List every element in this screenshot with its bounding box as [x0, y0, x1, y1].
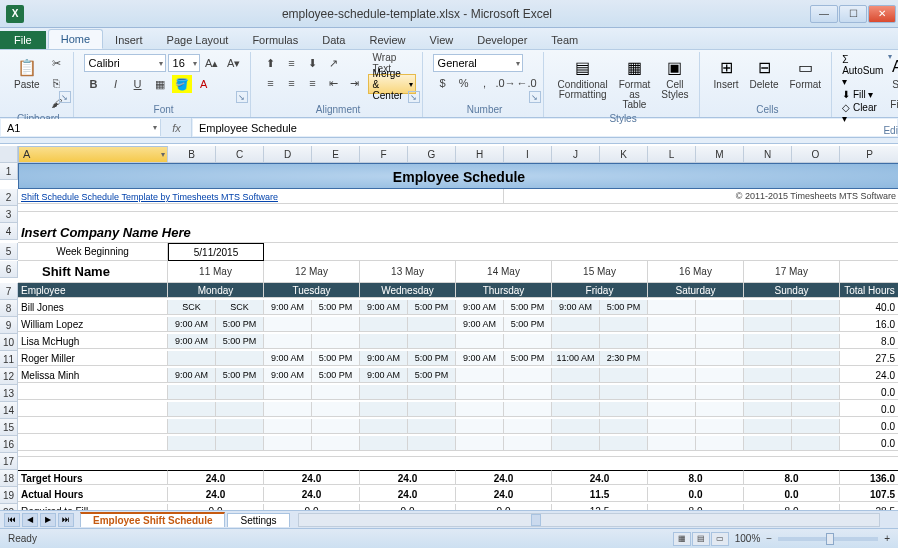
template-link[interactable]: Shift Schedule Schedule Template by Time… [18, 189, 504, 204]
clipboard-launcher[interactable]: ↘ [59, 91, 71, 103]
shift-cell[interactable]: 2:30 PM [600, 351, 648, 366]
shift-cell[interactable] [696, 300, 744, 315]
zoom-slider[interactable] [778, 537, 878, 541]
decrease-font-button[interactable]: A▾ [224, 54, 244, 72]
increase-decimal-button[interactable]: .0→ [496, 74, 516, 92]
minimize-button[interactable]: — [810, 5, 838, 23]
col-header[interactable]: H [456, 146, 504, 163]
shift-cell[interactable] [456, 436, 504, 451]
col-header[interactable]: L [648, 146, 696, 163]
col-header[interactable]: G [408, 146, 456, 163]
shift-cell[interactable] [696, 351, 744, 366]
col-header[interactable]: K [600, 146, 648, 163]
shift-cell[interactable] [552, 385, 600, 400]
shift-cell[interactable] [264, 419, 312, 434]
zoom-out[interactable]: − [766, 533, 772, 544]
row-header[interactable]: 2 [0, 189, 18, 206]
summary-value[interactable]: 24.0 [264, 487, 360, 502]
tab-team[interactable]: Team [539, 31, 590, 49]
row-header[interactable]: 18 [0, 470, 18, 487]
shift-cell[interactable] [600, 317, 648, 332]
shift-cell[interactable] [168, 351, 216, 366]
zoom-in[interactable]: + [884, 533, 890, 544]
tab-home[interactable]: Home [48, 29, 103, 49]
increase-font-button[interactable]: A▴ [202, 54, 222, 72]
shift-cell[interactable]: 5:00 PM [216, 317, 264, 332]
shift-cell[interactable] [696, 368, 744, 383]
summary-total[interactable]: 107.5 [840, 487, 898, 502]
summary-value[interactable]: 8.0 [648, 470, 744, 485]
tab-file[interactable]: File [0, 31, 46, 49]
col-header[interactable]: E [312, 146, 360, 163]
summary-value[interactable]: 0.0 [648, 487, 744, 502]
shift-cell[interactable] [504, 385, 552, 400]
shift-cell[interactable]: SCK [216, 300, 264, 315]
shift-cell[interactable] [504, 419, 552, 434]
total-hours-cell[interactable]: 16.0 [840, 317, 898, 332]
shift-cell[interactable]: 5:00 PM [408, 368, 456, 383]
total-hours-cell[interactable]: 24.0 [840, 368, 898, 383]
shift-cell[interactable]: 5:00 PM [408, 300, 456, 315]
shift-cell[interactable] [456, 368, 504, 383]
shift-cell[interactable] [648, 385, 696, 400]
align-right-button[interactable]: ≡ [303, 74, 323, 92]
shift-cell[interactable]: 5:00 PM [312, 351, 360, 366]
view-pagebreak[interactable]: ▭ [711, 532, 729, 546]
cut-button[interactable]: ✂ [47, 54, 67, 72]
shift-cell[interactable] [504, 436, 552, 451]
shift-cell[interactable]: 9:00 AM [360, 300, 408, 315]
col-header[interactable]: I [504, 146, 552, 163]
maximize-button[interactable]: ☐ [839, 5, 867, 23]
row-header[interactable]: 5 [0, 243, 18, 260]
shift-cell[interactable] [360, 436, 408, 451]
row-header[interactable]: 13 [0, 385, 18, 402]
shift-cell[interactable] [648, 402, 696, 417]
shift-cell[interactable] [792, 368, 840, 383]
company-name-cell[interactable]: Insert Company Name Here [18, 223, 898, 243]
shift-cell[interactable] [264, 402, 312, 417]
underline-button[interactable]: U [128, 75, 148, 93]
view-layout[interactable]: ▤ [692, 532, 710, 546]
summary-value[interactable]: 0.0 [744, 487, 840, 502]
shift-cell[interactable] [552, 436, 600, 451]
shift-cell[interactable] [744, 436, 792, 451]
shift-cell[interactable] [360, 419, 408, 434]
tab-review[interactable]: Review [357, 31, 417, 49]
shift-cell[interactable] [744, 300, 792, 315]
sheet-tab-settings[interactable]: Settings [227, 513, 289, 527]
autosum-button[interactable]: Σ AutoSum ▾ [842, 54, 883, 87]
fx-button[interactable]: fx [162, 118, 192, 137]
total-hours-cell[interactable]: 0.0 [840, 402, 898, 417]
shift-cell[interactable]: 9:00 AM [264, 368, 312, 383]
shift-cell[interactable] [552, 402, 600, 417]
shift-cell[interactable] [312, 334, 360, 349]
align-left-button[interactable]: ≡ [261, 74, 281, 92]
shift-cell[interactable]: 9:00 AM [168, 317, 216, 332]
week-value[interactable]: 5/11/2015 [168, 243, 264, 261]
employee-name[interactable]: Roger Miller [18, 351, 168, 366]
orientation-button[interactable]: ↗ [324, 54, 344, 72]
col-header[interactable]: P [840, 146, 898, 163]
shift-cell[interactable]: 5:00 PM [504, 317, 552, 332]
conditional-formatting-button[interactable]: ▤Conditional Formatting [554, 54, 612, 102]
align-middle-button[interactable]: ≡ [282, 54, 302, 72]
employee-name[interactable]: William Lopez [18, 317, 168, 332]
shift-cell[interactable] [792, 402, 840, 417]
shift-cell[interactable]: 5:00 PM [600, 300, 648, 315]
shift-cell[interactable] [456, 402, 504, 417]
shift-cell[interactable] [312, 419, 360, 434]
employee-name[interactable] [18, 402, 168, 417]
shift-cell[interactable]: 11:00 AM [552, 351, 600, 366]
total-hours-cell[interactable]: 0.0 [840, 419, 898, 434]
shift-cell[interactable] [408, 419, 456, 434]
total-hours-cell[interactable]: 0.0 [840, 436, 898, 451]
shift-cell[interactable] [168, 419, 216, 434]
alignment-launcher[interactable]: ↘ [408, 91, 420, 103]
shift-cell[interactable]: 5:00 PM [312, 368, 360, 383]
shift-cell[interactable] [408, 334, 456, 349]
shift-cell[interactable] [264, 334, 312, 349]
row-header[interactable]: 8 [0, 300, 18, 317]
number-format-select[interactable]: General [433, 54, 523, 72]
col-header[interactable]: F [360, 146, 408, 163]
align-center-button[interactable]: ≡ [282, 74, 302, 92]
